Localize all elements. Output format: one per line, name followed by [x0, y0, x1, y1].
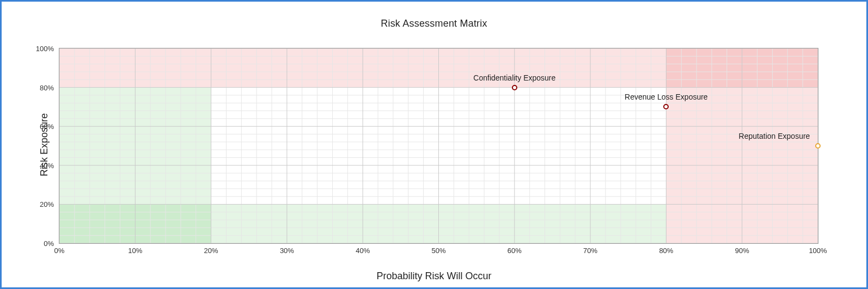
- x-tick: 90%: [735, 247, 749, 255]
- y-tick: 0%: [44, 239, 54, 248]
- x-tick: 60%: [508, 247, 522, 255]
- risk-zone-red: [59, 48, 818, 88]
- risk-zone-green: [59, 88, 211, 243]
- x-tick: 20%: [204, 247, 218, 255]
- risk-zone-red: [666, 48, 818, 243]
- data-point: [663, 104, 669, 109]
- data-point: [815, 143, 821, 149]
- data-point-label: Reputation Exposure: [739, 132, 810, 140]
- x-tick: 0%: [54, 247, 65, 255]
- y-tick: 80%: [40, 83, 54, 91]
- x-tick: 100%: [809, 247, 827, 255]
- risk-zone-green: [59, 204, 666, 243]
- y-tick: 60%: [40, 122, 54, 131]
- x-tick: 10%: [128, 247, 142, 255]
- x-tick: 80%: [659, 247, 673, 255]
- x-tick: 70%: [583, 247, 597, 255]
- data-point-label: Revenue Loss Exposure: [625, 93, 708, 101]
- data-point-label: Confidentiality Exposure: [473, 73, 555, 82]
- plot-area: 0%10%20%30%40%50%60%70%80%90%100%0%20%40…: [59, 48, 818, 244]
- y-tick: 40%: [40, 161, 54, 169]
- data-point: [512, 85, 517, 90]
- x-tick: 30%: [280, 247, 294, 255]
- x-tick: 50%: [431, 247, 445, 255]
- x-axis-label: Probability Risk Will Occur: [2, 270, 866, 282]
- risk-matrix-chart: Risk Assessment Matrix Risk Exposure 0%1…: [0, 0, 868, 289]
- y-tick: 20%: [40, 200, 54, 208]
- chart-title: Risk Assessment Matrix: [2, 18, 866, 29]
- x-tick: 40%: [356, 247, 370, 255]
- y-tick: 100%: [36, 45, 54, 53]
